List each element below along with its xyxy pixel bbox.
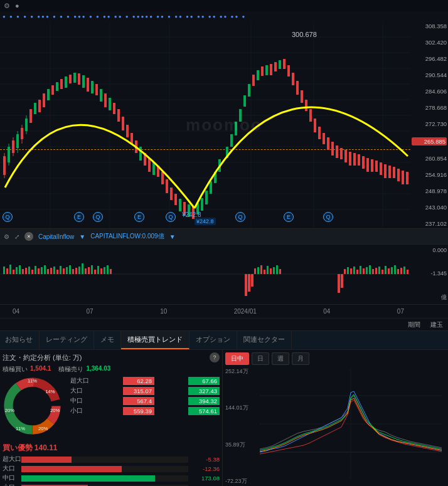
svg-rect-115 bbox=[406, 172, 408, 184]
chart-icon-e1[interactable]: E bbox=[74, 212, 84, 222]
svg-rect-102 bbox=[349, 152, 351, 166]
sub-axis-unit: 億 bbox=[412, 293, 447, 302]
svg-rect-182 bbox=[388, 268, 390, 274]
svg-rect-130 bbox=[38, 268, 40, 274]
tf-week[interactable]: 週 bbox=[272, 352, 289, 365]
indicator-expand-icon[interactable]: ⤢ bbox=[14, 233, 19, 240]
svg-rect-179 bbox=[378, 267, 380, 274]
tab-notifications[interactable]: お知らせ bbox=[0, 331, 40, 349]
tab-active-trade[interactable]: 積極売買トレンド bbox=[121, 331, 189, 349]
svg-text:11%: 11% bbox=[16, 426, 25, 431]
sell-small: 574.61 bbox=[188, 407, 220, 415]
svg-rect-159 bbox=[260, 265, 262, 274]
period-label[interactable]: 期間 bbox=[408, 320, 420, 329]
svg-rect-164 bbox=[276, 265, 278, 274]
price-272: 272.730 bbox=[412, 120, 447, 127]
pie-chart: 11% 14% 20% 20% 11% 20% bbox=[3, 376, 65, 439]
svg-rect-92 bbox=[305, 100, 307, 111]
tf-intraday[interactable]: 日中 bbox=[225, 352, 249, 365]
ba-val-super-large: -5.38 bbox=[188, 456, 220, 463]
indicator-gear-icon[interactable]: ⚙ bbox=[4, 233, 9, 240]
sell-large: 327.43 bbox=[188, 387, 220, 395]
svg-rect-138 bbox=[63, 268, 65, 274]
svg-rect-106 bbox=[366, 158, 369, 172]
tab-rating[interactable]: レーティング bbox=[40, 331, 94, 349]
svg-rect-88 bbox=[287, 65, 290, 77]
tf-day[interactable]: 日 bbox=[252, 352, 269, 365]
chart-icon-e3[interactable]: E bbox=[284, 212, 294, 222]
svg-rect-167 bbox=[341, 274, 343, 288]
svg-rect-104 bbox=[358, 154, 360, 166]
price-237: 237.102 bbox=[412, 220, 447, 227]
tab-related-sector[interactable]: 関連セクター bbox=[237, 331, 292, 349]
svg-rect-131 bbox=[41, 267, 43, 274]
ba-row-mid: 中口 173.08 bbox=[3, 474, 220, 482]
circle-icon[interactable]: ● bbox=[15, 2, 19, 9]
tab-memo[interactable]: メモ bbox=[94, 331, 121, 349]
svg-rect-147 bbox=[91, 265, 93, 274]
svg-rect-81 bbox=[257, 70, 259, 80]
svg-rect-185 bbox=[397, 269, 399, 274]
sub-chart-axis: 0.000 -1.345 億 bbox=[410, 245, 448, 304]
cat-large: 大口 bbox=[70, 386, 89, 395]
x-label-5: 07 bbox=[397, 308, 404, 315]
svg-rect-83 bbox=[265, 65, 268, 75]
analysis-title: 注文・約定分析 (単位: 万) bbox=[3, 353, 82, 362]
cat-super-large: 超大口 bbox=[70, 376, 89, 385]
svg-rect-70 bbox=[205, 191, 208, 204]
svg-rect-48 bbox=[109, 98, 111, 110]
price-290: 290.544 bbox=[412, 71, 447, 78]
price-296: 296.482 bbox=[412, 55, 447, 62]
svg-rect-154 bbox=[245, 274, 247, 296]
gear-icon[interactable]: ⚙ bbox=[4, 2, 10, 10]
svg-rect-148 bbox=[94, 270, 96, 274]
chart-icon-q5[interactable]: Q bbox=[323, 212, 333, 222]
svg-rect-38 bbox=[65, 77, 67, 88]
chart-icon-q1[interactable]: Q bbox=[3, 212, 13, 222]
price-248: 248.978 bbox=[412, 188, 447, 194]
sub-axis-0: 0.000 bbox=[412, 247, 447, 253]
position-label[interactable]: 建玉 bbox=[430, 320, 443, 329]
main-chart: 308.358 302.420 296.482 290.544 284.606 … bbox=[0, 21, 448, 228]
x-label-1: 07 bbox=[87, 308, 93, 315]
chart-icon-q4[interactable]: Q bbox=[235, 212, 245, 222]
svg-rect-128 bbox=[31, 270, 33, 274]
svg-rect-91 bbox=[301, 90, 303, 103]
svg-rect-99 bbox=[336, 145, 338, 158]
svg-rect-125 bbox=[22, 269, 24, 274]
svg-rect-187 bbox=[403, 267, 405, 274]
content-area: 注文・約定分析 (単位: 万) ? 積極買い 1,504.1 積極売り 1,36… bbox=[0, 350, 448, 486]
price-243: 243.040 bbox=[412, 204, 447, 211]
svg-rect-119 bbox=[3, 267, 5, 274]
buy-total-label: 積極買い bbox=[3, 365, 28, 374]
svg-rect-31 bbox=[34, 103, 36, 114]
svg-rect-100 bbox=[340, 148, 343, 159]
svg-rect-144 bbox=[82, 263, 83, 274]
dot-bar: ● ● ● ● ● ●●● ● ● ● ●●● ● ● ●● ●● ● ●●●●… bbox=[0, 11, 448, 21]
cat-mid: 中口 bbox=[70, 396, 89, 405]
svg-rect-171 bbox=[353, 267, 355, 274]
svg-rect-146 bbox=[88, 267, 90, 274]
x-axis-labels: 04 07 10 2024/01 04 07 bbox=[6, 308, 410, 315]
svg-rect-52 bbox=[126, 125, 129, 137]
time-filter-bar: 日中 日 週 月 bbox=[225, 352, 445, 365]
svg-rect-176 bbox=[369, 265, 371, 274]
inflow-label[interactable]: CapitalInflow bbox=[38, 233, 74, 240]
buy-advantage-section: 買い優勢 140.11 超大口 -5.38 大口 -12.36 bbox=[3, 443, 220, 486]
svg-rect-63 bbox=[174, 194, 177, 205]
svg-rect-43 bbox=[87, 78, 89, 92]
tab-options[interactable]: オプション bbox=[189, 331, 237, 349]
chart-icon-e2[interactable]: E bbox=[134, 212, 144, 222]
indicator-close-button[interactable]: × bbox=[24, 232, 33, 241]
svg-point-195 bbox=[21, 394, 45, 418]
svg-rect-153 bbox=[110, 269, 112, 274]
chart-icon-q2[interactable]: Q bbox=[93, 212, 103, 222]
svg-rect-89 bbox=[292, 73, 294, 85]
svg-rect-69 bbox=[201, 198, 203, 211]
help-icon[interactable]: ? bbox=[210, 352, 220, 362]
chart-icon-q3[interactable]: Q bbox=[166, 212, 176, 222]
svg-rect-178 bbox=[375, 268, 377, 274]
svg-rect-35 bbox=[51, 85, 54, 95]
svg-rect-129 bbox=[35, 266, 36, 274]
tf-month[interactable]: 月 bbox=[292, 352, 309, 365]
